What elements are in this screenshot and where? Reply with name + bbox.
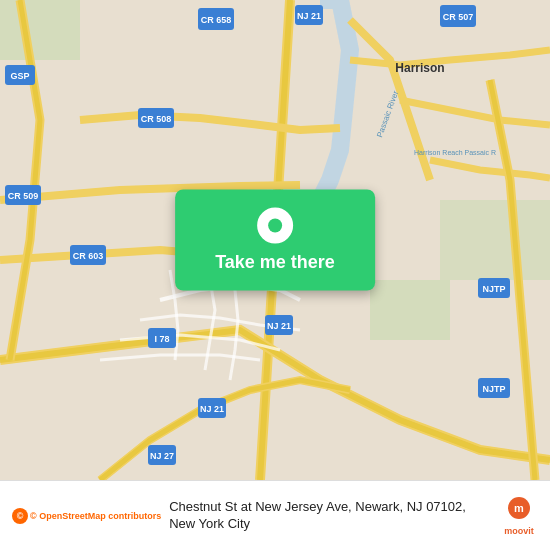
- osm-attribution: © © OpenStreetMap contributors: [12, 508, 161, 524]
- svg-text:CR 507: CR 507: [443, 12, 474, 22]
- svg-text:NJ 27: NJ 27: [150, 451, 174, 461]
- svg-rect-2: [370, 280, 450, 340]
- moovit-icon: m: [500, 496, 538, 524]
- osm-text: © OpenStreetMap contributors: [30, 511, 161, 521]
- take-me-there-button[interactable]: Take me there: [175, 190, 375, 291]
- svg-text:NJ 21: NJ 21: [200, 404, 224, 414]
- svg-text:m: m: [514, 502, 524, 514]
- moovit-text: moovit: [504, 526, 534, 536]
- pin-inner: [268, 219, 282, 233]
- svg-text:I 78: I 78: [154, 334, 169, 344]
- svg-text:NJ 21: NJ 21: [267, 321, 291, 331]
- osm-icon: ©: [12, 508, 28, 524]
- pin-circle: [257, 208, 293, 244]
- address-line2: New York City: [169, 516, 466, 533]
- svg-text:Harrison: Harrison: [395, 61, 444, 75]
- address-line1: Chestnut St at New Jersey Ave, Newark, N…: [169, 499, 466, 516]
- svg-text:CR 658: CR 658: [201, 15, 232, 25]
- svg-text:CR 508: CR 508: [141, 114, 172, 124]
- svg-text:GSP: GSP: [10, 71, 29, 81]
- svg-rect-3: [440, 200, 550, 280]
- take-me-there-label: Take me there: [215, 252, 335, 272]
- svg-text:CR 603: CR 603: [73, 251, 104, 261]
- info-bar: © © OpenStreetMap contributors Chestnut …: [0, 480, 550, 550]
- svg-rect-1: [0, 0, 80, 60]
- address-block: Chestnut St at New Jersey Ave, Newark, N…: [169, 499, 466, 533]
- svg-text:NJTP: NJTP: [482, 284, 505, 294]
- svg-text:NJTP: NJTP: [482, 384, 505, 394]
- map-pin: [257, 208, 293, 244]
- moovit-logo: m moovit: [500, 496, 538, 536]
- svg-text:NJ 21: NJ 21: [297, 11, 321, 21]
- map-container: CR 658 NJ 21 CR 507 GSP CR 508 CR 509 CR…: [0, 0, 550, 480]
- info-left: © © OpenStreetMap contributors Chestnut …: [12, 499, 500, 533]
- svg-text:Harrison Reach Passaic R: Harrison Reach Passaic R: [414, 149, 496, 156]
- svg-text:CR 509: CR 509: [8, 191, 39, 201]
